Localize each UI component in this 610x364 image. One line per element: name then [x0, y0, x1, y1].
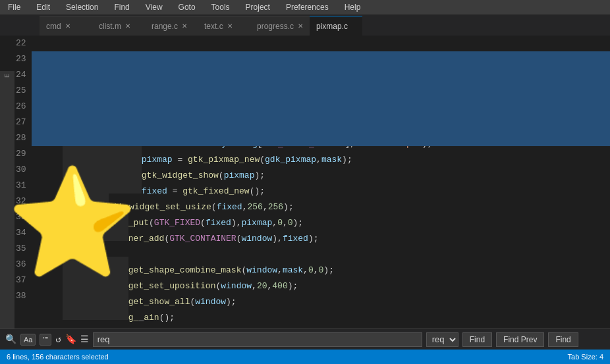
menu-view[interactable]: View — [143, 1, 165, 13]
find-bookmark-icon[interactable]: 🔖 — [65, 334, 76, 345]
find-magnifier-icon: 🔍 — [5, 334, 16, 345]
find-input[interactable] — [93, 332, 422, 347]
menu-help[interactable]: Help — [342, 1, 364, 13]
status-right: Tab Size: 4 — [568, 353, 603, 361]
code-line-30: fixed = gtk_fixed_new(); — [32, 162, 610, 178]
code-line-24: style = gtk_widget_get_default_style(); — [32, 67, 610, 83]
find-dropdown[interactable]: req — [426, 332, 458, 347]
code-area[interactable]: gtk_widget_show(window); style = gtk_wid… — [26, 36, 610, 328]
tab-progress[interactable]: progress.c ✕ — [250, 16, 310, 36]
tab-text[interactable]: text.c ✕ — [198, 16, 250, 36]
code-line-36: get_set_uposition(window,20,400); — [32, 257, 610, 273]
menu-selection[interactable]: Selection — [63, 1, 101, 13]
tab-clist[interactable]: clist.m ✕ — [92, 16, 145, 36]
code-line-31: gtk_widget_set_usize(fixed,256,256); — [32, 178, 610, 194]
code-line-23 — [32, 51, 610, 67]
code-line-38: g__ain(); — [32, 288, 610, 304]
code-line-22: gtk_widget_show(window); — [32, 36, 610, 51]
find-next-abbrev-button[interactable]: Find — [548, 332, 578, 347]
menu-preferences[interactable]: Preferences — [283, 1, 331, 13]
tab-range[interactable]: range.c ✕ — [145, 16, 198, 36]
tab-close-clist[interactable]: ✕ — [125, 22, 130, 30]
menu-goto[interactable]: Goto — [176, 1, 198, 13]
left-strip: E — [0, 71, 14, 328]
find-aa-toggle[interactable]: Aa — [20, 334, 36, 346]
tab-close-progress[interactable]: ✕ — [298, 22, 303, 30]
strip-label: E — [4, 74, 11, 78]
menu-edit[interactable]: Edit — [34, 1, 53, 13]
status-bar: 6 lines, 156 characters selected Tab Siz… — [0, 350, 610, 364]
tab-close-text[interactable]: ✕ — [227, 22, 233, 30]
find-bar: 🔍 Aa "" ↺ 🔖 ☰ req Find Find Prev Find — [0, 328, 610, 350]
tab-close-range[interactable]: ✕ — [182, 22, 187, 30]
code-line-25: gc = style->black_gc; — [32, 83, 610, 99]
find-undo-icon[interactable]: ↺ — [55, 334, 61, 345]
code-line-32: _put(GTK_FIXED(fixed),pixmap,0,0); — [32, 194, 610, 209]
status-left: 6 lines, 156 characters selected — [7, 353, 109, 361]
tab-close-cmd[interactable]: ✕ — [65, 22, 70, 30]
editor: E 22 23 24 25 26 27 28 29 30 31 32 33 34… — [0, 36, 610, 328]
code-line-34 — [32, 225, 610, 241]
code-line-33: ner_add(GTK_CONTAINER(window),fixed); — [32, 209, 610, 225]
menu-tools[interactable]: Tools — [209, 1, 233, 13]
menu-find[interactable]: Find — [111, 1, 132, 13]
code-line-28: pixmap = gtk_pixmap_new(gdk_pixmap,mask)… — [32, 130, 610, 146]
menu-project[interactable]: Project — [243, 1, 273, 13]
tab-pixmap[interactable]: pixmap.c — [310, 16, 362, 36]
find-list-icon[interactable]: ☰ — [80, 334, 89, 345]
title-bar: File Edit Selection Find View Goto Tools… — [0, 0, 610, 14]
menu-file[interactable]: File — [5, 1, 23, 13]
tab-cmd[interactable]: cmd ✕ — [40, 16, 92, 36]
find-button[interactable]: Find — [462, 332, 492, 347]
find-quotes-toggle[interactable]: "" — [40, 334, 51, 346]
code-line-35: get_shape_combine_mask(window,mask,0,0); — [32, 241, 610, 257]
code-line-26: gdk_pixmap = gdk_pixmap_create_from_xpm(… — [32, 99, 610, 115]
code-line-37: get_show_all(window); — [32, 273, 610, 288]
code-line-27: &style->bg[GTK_STATE_NORMAL],"./start.xp… — [32, 115, 610, 130]
code-line-29: gtk_widget_show(pixmap); — [32, 146, 610, 162]
tab-bar: ◀ ▶ cmd ✕ clist.m ✕ range.c ✕ text.c ✕ p… — [0, 14, 610, 36]
find-prev-button[interactable]: Find Prev — [496, 332, 544, 347]
